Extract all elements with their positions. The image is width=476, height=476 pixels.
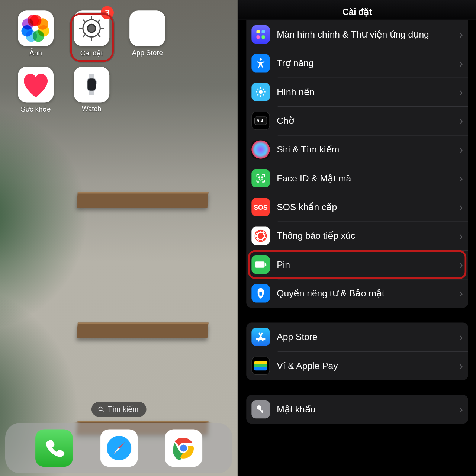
settings-row-faceid[interactable]: Face ID & Mật mã › <box>246 164 468 193</box>
row-label: Trợ năng <box>277 58 456 68</box>
svg-line-20 <box>102 410 103 412</box>
svg-line-6 <box>83 20 86 23</box>
exposure-icon <box>251 227 270 245</box>
app-label: Cài đặt <box>80 49 103 57</box>
row-label: Pin <box>277 259 456 270</box>
chevron-right-icon: › <box>459 171 463 185</box>
phone-icon <box>43 437 65 459</box>
row-label: Hình nền <box>277 87 456 97</box>
svg-point-1 <box>87 24 96 32</box>
svg-point-33 <box>259 90 263 94</box>
svg-rect-31 <box>261 35 265 39</box>
settings-row-wallpaper[interactable]: Hình nền › <box>246 78 468 106</box>
row-label: SOS khẩn cấp <box>277 202 456 212</box>
svg-rect-18 <box>96 81 97 84</box>
settings-row-siri[interactable]: Siri & Tìm kiếm › <box>246 135 468 164</box>
settings-group: Mật khẩu › <box>246 395 468 424</box>
svg-rect-29 <box>261 30 265 33</box>
row-label: Màn hình chính & Thư viện ứng dụng <box>277 29 456 40</box>
row-label: Mật khẩu <box>277 404 456 415</box>
app-health[interactable]: Sức khỏe <box>10 67 61 113</box>
row-label: Thông báo tiếp xúc <box>277 231 456 241</box>
dock-chrome[interactable] <box>165 430 202 467</box>
chevron-right-icon: › <box>459 330 463 344</box>
search-icon <box>97 406 104 413</box>
faceid-icon <box>251 169 270 187</box>
dock-safari[interactable] <box>100 430 138 467</box>
svg-text:9:4: 9:4 <box>257 118 263 123</box>
dock-phone[interactable] <box>35 430 73 467</box>
chevron-right-icon: › <box>459 114 463 128</box>
svg-rect-15 <box>87 78 96 91</box>
settings-row-exposure[interactable]: Thông báo tiếp xúc › <box>246 221 468 250</box>
svg-rect-30 <box>257 35 260 39</box>
settings-row-appstore[interactable]: App Store › <box>246 322 468 351</box>
row-label: Chờ <box>277 116 456 126</box>
svg-point-37 <box>261 177 263 178</box>
home-library-icon <box>251 25 270 44</box>
privacy-icon <box>251 284 270 302</box>
svg-rect-40 <box>259 292 262 295</box>
row-label: Face ID & Mật mã <box>277 173 456 183</box>
settings-row-battery[interactable]: Pin › <box>246 250 468 279</box>
app-grid: Ảnh 3 Cài đặt App Store S <box>8 10 229 123</box>
svg-rect-28 <box>257 30 260 33</box>
settings-row-passwords[interactable]: Mật khẩu › <box>246 395 468 424</box>
chevron-right-icon: › <box>459 287 463 300</box>
row-label: Ví & Apple Pay <box>277 360 456 371</box>
chevron-right-icon: › <box>459 85 463 99</box>
svg-line-9 <box>83 34 86 37</box>
notification-badge: 3 <box>101 6 114 19</box>
settings-row-standby[interactable]: 9:4 Chờ › <box>246 106 468 135</box>
safari-icon <box>104 434 133 462</box>
appstore-icon <box>129 10 165 46</box>
svg-line-8 <box>97 20 100 23</box>
settings-list[interactable]: Màn hình chính & Thư viện ứng dụng › Trợ… <box>238 20 476 424</box>
accessibility-icon <box>251 54 270 72</box>
settings-row-privacy[interactable]: Quyền riêng tư & Bảo mật › <box>246 279 468 308</box>
row-label: Quyền riêng tư & Bảo mật <box>277 288 456 299</box>
app-appstore[interactable]: App Store <box>122 10 173 57</box>
chevron-right-icon: › <box>459 258 463 271</box>
chevron-right-icon: › <box>459 200 463 214</box>
siri-icon <box>251 140 270 158</box>
svg-point-19 <box>99 407 102 410</box>
chevron-right-icon: › <box>459 402 463 416</box>
svg-point-36 <box>259 177 260 178</box>
settings-row-wallet[interactable]: Ví & Apple Pay › <box>246 351 468 380</box>
svg-rect-17 <box>89 91 94 95</box>
svg-rect-38 <box>255 261 265 267</box>
settings-row-homescreen[interactable]: Màn hình chính & Thư viện ứng dụng › <box>246 20 468 49</box>
settings-group: App Store › Ví & Apple Pay › <box>246 322 468 380</box>
svg-line-7 <box>97 34 100 37</box>
search-pill[interactable]: Tìm kiếm <box>91 402 146 417</box>
svg-rect-39 <box>265 263 267 266</box>
key-icon <box>251 400 270 418</box>
app-photos[interactable]: Ảnh <box>10 10 61 57</box>
row-label: App Store <box>277 332 456 342</box>
settings-header: Cài đặt <box>238 0 476 20</box>
chrome-icon <box>170 435 197 462</box>
settings-group: Màn hình chính & Thư viện ứng dụng › Trợ… <box>246 20 468 308</box>
settings-row-accessibility[interactable]: Trợ năng › <box>246 49 468 77</box>
settings-screen: Cài đặt Màn hình chính & Thư viện ứng dụ… <box>238 0 476 476</box>
settings-icon: 3 <box>74 10 109 46</box>
app-watch[interactable]: Watch <box>66 67 117 113</box>
settings-row-sos[interactable]: SOS SOS khẩn cấp › <box>246 193 468 221</box>
app-label: Ảnh <box>29 49 42 57</box>
standby-icon: 9:4 <box>251 112 270 130</box>
svg-rect-16 <box>89 74 94 78</box>
row-label: Siri & Tìm kiếm <box>277 144 456 155</box>
wallet-icon <box>251 357 270 375</box>
chevron-right-icon: › <box>459 143 463 156</box>
photos-icon <box>18 10 54 46</box>
wallpaper-icon <box>251 83 270 101</box>
search-label: Tìm kiếm <box>108 405 139 414</box>
chevron-right-icon: › <box>459 28 463 41</box>
chevron-right-icon: › <box>459 359 463 372</box>
app-label: App Store <box>132 49 163 57</box>
battery-icon <box>251 255 270 274</box>
app-label: Watch <box>82 105 101 113</box>
app-settings[interactable]: 3 Cài đặt <box>66 10 117 57</box>
chevron-right-icon: › <box>459 57 463 70</box>
